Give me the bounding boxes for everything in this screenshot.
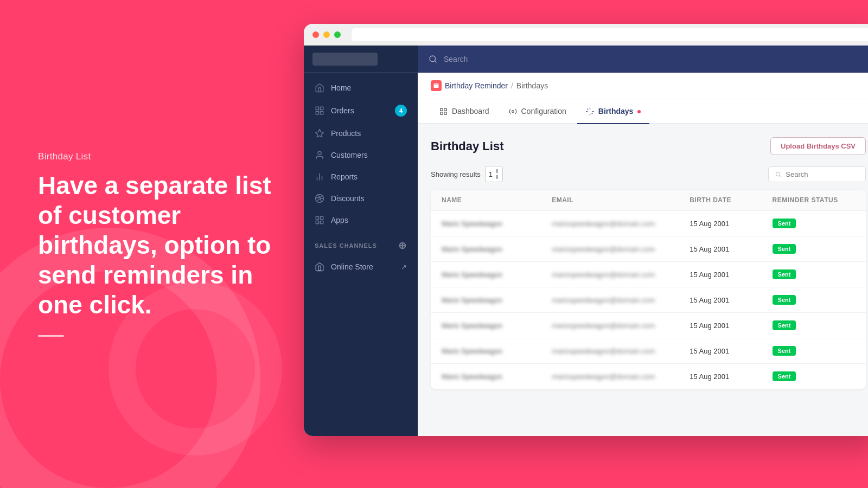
table-search-box[interactable] (768, 166, 866, 182)
upload-csv-button[interactable]: Upload Birthdays CSV (770, 137, 866, 155)
content-area: Birthday List Upload Birthdays CSV Showi… (418, 124, 868, 436)
breadcrumb-app-name: Birthday Reminder (445, 81, 508, 90)
products-icon (315, 129, 324, 138)
cell-date-6: 15 Aug 2001 (690, 347, 772, 355)
col-header-email: Email (552, 196, 690, 204)
browser-minimize-dot[interactable] (323, 31, 330, 38)
tab-dashboard-label: Dashboard (452, 107, 489, 115)
results-value: 1 (489, 170, 493, 178)
svg-rect-2 (321, 112, 323, 114)
table-row: Mario Speedwagon mariospeedwagon@domain.… (431, 236, 866, 262)
table-row: Mario Speedwagon mariospeedwagon@domain.… (431, 211, 866, 236)
app-layout: Home Orders 4 (304, 46, 868, 436)
tab-birthdays-label: Birthdays (598, 107, 634, 115)
online-store-label: Online Store (331, 262, 373, 271)
svg-marker-4 (316, 130, 324, 137)
page-title: Birthday List (431, 139, 503, 153)
cell-name-4: Mario Speedwagon (442, 296, 552, 304)
cell-date-7: 15 Aug 2001 (690, 373, 772, 381)
sidebar-item-reports[interactable]: Reports (304, 166, 418, 188)
svg-rect-1 (321, 107, 323, 110)
browser-maximize-dot[interactable] (334, 31, 341, 38)
sidebar-item-apps-label: Apps (331, 216, 348, 224)
orders-badge: 4 (395, 105, 407, 117)
cell-email-2: mariospeedwagon@domain.com (552, 245, 690, 253)
col-header-reminder-status: Reminder Status (773, 196, 855, 204)
sidebar-item-orders[interactable]: Orders 4 (304, 99, 418, 123)
browser-url-bar (352, 28, 868, 41)
content-header: Birthday List Upload Birthdays CSV (431, 137, 866, 155)
svg-rect-10 (316, 216, 318, 219)
cell-name-1: Mario Speedwagon (442, 220, 552, 228)
svg-rect-17 (434, 84, 439, 88)
col-header-birth-date: Birth Date (690, 196, 772, 204)
svg-rect-20 (444, 108, 446, 110)
table-search-input[interactable] (786, 170, 859, 178)
status-badge-2: Sent (773, 244, 796, 254)
status-badge-5: Sent (773, 320, 796, 330)
sidebar-item-home-label: Home (331, 84, 351, 92)
top-bar (418, 46, 868, 73)
left-title: Have a separate list of customer birthda… (38, 171, 298, 320)
topbar-search-input[interactable] (444, 55, 868, 63)
svg-rect-12 (321, 221, 323, 224)
online-store-left: Online Store (315, 262, 373, 272)
main-content: Birthday Reminder / Birthdays Dashboard (418, 46, 868, 436)
results-stepper[interactable]: 1 ⬆⬇ (485, 166, 503, 182)
sidebar-item-discounts-label: Discounts (331, 194, 364, 203)
sidebar-header (304, 46, 418, 73)
cell-email-3: mariospeedwagon@domain.com (552, 271, 690, 279)
svg-line-26 (587, 108, 588, 110)
search-box-icon (775, 171, 781, 178)
customers-icon (315, 150, 324, 160)
svg-rect-3 (316, 112, 318, 114)
cell-name-2: Mario Speedwagon (442, 245, 552, 253)
left-divider (38, 335, 64, 337)
topbar-search-icon (429, 55, 437, 63)
breadcrumb-app-icon (431, 80, 442, 91)
breadcrumb-separator: / (511, 81, 513, 90)
svg-line-16 (435, 61, 436, 62)
cell-email-7: mariospeedwagon@domain.com (552, 373, 690, 381)
status-badge-7: Sent (773, 371, 796, 381)
sidebar-item-home[interactable]: Home (304, 77, 418, 99)
table-row: Mario Speedwagon mariospeedwagon@domain.… (431, 364, 866, 389)
orders-icon (315, 106, 324, 115)
sidebar-logo (312, 53, 378, 66)
sidebar-item-discounts[interactable]: Discounts (304, 188, 418, 209)
svg-rect-13 (316, 221, 318, 224)
cell-date-1: 15 Aug 2001 (690, 220, 772, 228)
tab-configuration[interactable]: Configuration (500, 99, 575, 124)
svg-rect-0 (316, 107, 318, 110)
svg-line-31 (780, 175, 781, 176)
cell-date-4: 15 Aug 2001 (690, 296, 772, 304)
svg-point-5 (318, 151, 321, 155)
cell-email-5: mariospeedwagon@domain.com (552, 322, 690, 330)
apps-icon (315, 215, 324, 225)
tab-birthdays-dot (637, 110, 641, 113)
external-link-icon: ↗ (401, 263, 407, 271)
status-badge-3: Sent (773, 269, 796, 279)
cell-name-5: Mario Speedwagon (442, 322, 552, 330)
browser-window: Home Orders 4 (304, 24, 868, 436)
showing-results: Showing results 1 ⬆⬇ (431, 166, 503, 182)
online-store-icon (315, 262, 324, 272)
sidebar-item-products[interactable]: Products (304, 123, 418, 144)
sidebar-item-reports-label: Reports (331, 172, 358, 181)
svg-point-30 (776, 172, 780, 176)
browser-close-dot[interactable] (312, 31, 319, 38)
add-sales-channel-icon[interactable]: ⊕ (398, 240, 407, 252)
table-header: Name Email Birth Date Reminder Status (431, 190, 866, 211)
sidebar-item-online-store[interactable]: Online Store ↗ (304, 256, 418, 278)
cell-name-3: Mario Speedwagon (442, 271, 552, 279)
tab-dashboard[interactable]: Dashboard (431, 99, 498, 124)
status-badge-6: Sent (773, 346, 796, 356)
cell-email-4: mariospeedwagon@domain.com (552, 296, 690, 304)
sidebar-item-apps[interactable]: Apps (304, 209, 418, 231)
svg-rect-11 (321, 216, 323, 219)
breadcrumb-current-page: Birthdays (516, 81, 548, 90)
showing-label: Showing results (431, 170, 481, 178)
sidebar-item-customers[interactable]: Customers (304, 144, 418, 166)
sales-channels-section: SALES CHANNELS ⊕ (304, 231, 418, 256)
tab-birthdays[interactable]: Birthdays (577, 99, 650, 124)
